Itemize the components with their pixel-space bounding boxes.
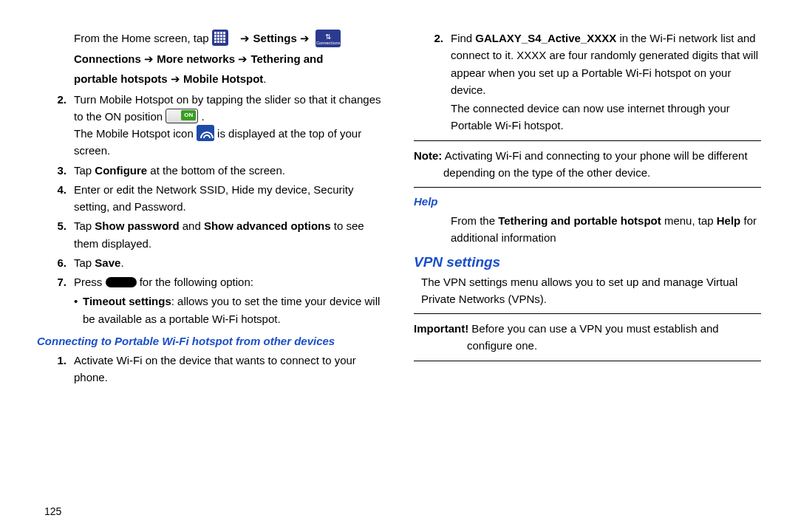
svg-rect-3 <box>223 32 225 34</box>
r2b: GALAXY_S4_Active_XXXX <box>475 32 616 44</box>
divider-4 <box>414 361 761 361</box>
note-block: Note: Activating Wi-Fi and connecting to… <box>414 147 761 182</box>
step-3-c: at the bottom of the screen. <box>147 164 285 177</box>
intro-pre: From the Home screen, tap <box>74 32 212 44</box>
s5c: and <box>180 219 204 232</box>
step-7-bullet: • Timeout settings: allows you to set th… <box>74 293 384 327</box>
step-5-num: 5. <box>47 217 66 252</box>
svg-rect-10 <box>220 38 222 40</box>
hb: Tethering and portable hotspot <box>498 214 661 227</box>
svg-rect-9 <box>217 38 219 40</box>
step-3-a: Tap <box>74 164 95 177</box>
nav-tethering-and: Tethering and <box>250 52 323 65</box>
step-2-num: 2. <box>47 91 66 160</box>
connections-icon: ⇅Connections <box>316 30 341 47</box>
r2d: The connected device can now use interne… <box>451 100 761 134</box>
r-step-2-num: 2. <box>424 30 443 134</box>
svg-rect-7 <box>223 35 225 37</box>
svg-rect-5 <box>217 35 219 37</box>
nav-line-1: Connections ➔ More networks ➔ Tethering … <box>74 50 384 67</box>
c-step-1: 1. Activate Wi-Fi on the device that wan… <box>37 352 384 386</box>
step-5: 5. Tap Show password and Show advanced o… <box>37 217 384 252</box>
nav-more-networks: More networks <box>157 52 235 65</box>
divider-2 <box>414 187 761 188</box>
step-4-num: 4. <box>47 181 66 216</box>
s5b: Show password <box>95 219 179 232</box>
s7b: for the following option: <box>140 276 253 288</box>
svg-rect-13 <box>217 41 219 43</box>
step-3-b: Configure <box>95 164 147 177</box>
s6b: Save <box>95 256 120 269</box>
step-2-text-b: . <box>201 110 204 123</box>
note-label: Note: <box>414 149 442 162</box>
step-6: 6. Tap Save. <box>37 254 384 271</box>
nav-mobile-hotspot: Mobile Hotspot <box>183 72 263 85</box>
step-6-num: 6. <box>47 254 66 271</box>
settings-label: Settings <box>253 32 297 44</box>
svg-rect-0 <box>214 32 216 34</box>
svg-rect-15 <box>223 41 225 43</box>
hotspot-icon <box>197 125 214 141</box>
important-body: Before you can use a VPN you must establ… <box>467 322 719 352</box>
step-2-text-a: Turn Mobile Hotspot on by tapping the sl… <box>74 93 381 123</box>
page-number: 125 <box>44 505 61 517</box>
svg-rect-8 <box>214 38 216 40</box>
menu-button-icon <box>106 277 137 287</box>
s5d: Show advanced options <box>204 219 331 232</box>
s6a: Tap <box>74 256 95 269</box>
on-toggle-icon <box>166 109 198 123</box>
c-step-1-num: 1. <box>47 352 66 386</box>
svg-rect-14 <box>220 41 222 43</box>
hd: Help <box>717 214 741 227</box>
step-7: 7. Press for the following option: <box>37 273 384 290</box>
svg-rect-1 <box>217 32 219 34</box>
heading-help: Help <box>414 194 761 209</box>
nav-line-2: portable hotspots ➔ Mobile Hotspot. <box>74 70 384 87</box>
r2a: Find <box>451 32 475 44</box>
c-step-1-body: Activate Wi-Fi on the device that wants … <box>74 352 384 386</box>
intro-line: From the Home screen, tap ➔ Settings ➔ ⇅… <box>74 30 384 47</box>
step-7-num: 7. <box>47 273 66 290</box>
step-3: 3. Tap Configure at the bottom of the sc… <box>37 162 384 179</box>
nav-portable-hotspots: portable hotspots <box>74 72 168 85</box>
s6c: . <box>120 256 123 269</box>
vpn-body: The VPN settings menu allows you to set … <box>421 273 761 308</box>
important-block: Important! Before you can use a VPN you … <box>414 320 761 355</box>
svg-rect-2 <box>220 32 222 34</box>
heading-connecting: Connecting to Portable Wi-Fi hotspot fro… <box>37 333 384 349</box>
step-4-body: Enter or edit the Network SSID, Hide my … <box>74 181 384 216</box>
divider-3 <box>414 313 761 314</box>
ha: From the <box>451 214 498 227</box>
apps-icon <box>212 30 228 46</box>
note-body: Activating Wi-Fi and connecting to your … <box>442 149 747 179</box>
important-label: Important! <box>414 322 468 335</box>
svg-rect-4 <box>214 35 216 37</box>
help-body: From the Tethering and portable hotspot … <box>451 212 761 247</box>
r-step-2: 2. Find GALAXY_S4_Active_XXXX in the Wi-… <box>414 30 761 134</box>
nav-connections: Connections <box>74 52 141 65</box>
divider-1 <box>414 140 761 141</box>
svg-rect-11 <box>223 38 225 40</box>
step-3-num: 3. <box>47 162 66 179</box>
s5a: Tap <box>74 219 95 232</box>
timeout-label: Timeout settings <box>83 295 171 307</box>
hc: menu, tap <box>661 214 717 227</box>
step-2-text-c: The Mobile Hotspot icon <box>74 127 197 140</box>
s7a: Press <box>74 276 106 288</box>
heading-vpn: VPN settings <box>414 254 761 270</box>
step-2: 2. Turn Mobile Hotspot on by tapping the… <box>37 91 384 160</box>
svg-rect-6 <box>220 35 222 37</box>
step-4: 4. Enter or edit the Network SSID, Hide … <box>37 181 384 216</box>
svg-rect-12 <box>214 41 216 43</box>
